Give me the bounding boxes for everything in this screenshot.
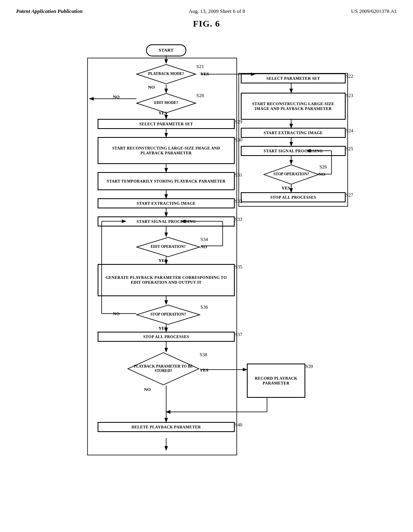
s35-label: S35	[235, 264, 242, 270]
s24-process: START EXTRACTING IMAGE	[241, 128, 346, 138]
s22-process: SELECT PARAMETER SET	[241, 73, 346, 83]
s26-yes-label: YES	[282, 185, 290, 190]
s40-label: S40	[235, 422, 242, 428]
s32-process: START EXTRACTING IMAGE	[98, 198, 235, 208]
s21-no-label: NO	[148, 85, 155, 89]
start-terminal: START	[146, 44, 186, 56]
page: Patent Application Publication Aug. 13, …	[0, 0, 413, 532]
s38-no-label: NO	[144, 387, 151, 392]
s39-process: RECORD PLAYBACK PARAMETER	[247, 364, 305, 398]
figure-title: FIG. 6	[16, 19, 397, 29]
s30-label: S30	[235, 137, 242, 143]
header-publication-label: Patent Application Publication	[16, 8, 83, 15]
s28-decision: EDIT MODE?	[136, 93, 196, 114]
s36-no-label: NO	[113, 311, 120, 316]
flowchart: START PLAYBACK MODE? S21 YES NO EDIT MOD…	[57, 33, 356, 505]
s36-decision: STOP OPERATION?	[136, 304, 200, 325]
s27-label: S27	[346, 192, 353, 198]
s26-decision: STOP OPERATION?	[263, 164, 319, 185]
s37-label: S37	[235, 332, 242, 338]
s29-label: S29	[235, 119, 242, 125]
s39-label: S39	[305, 364, 313, 370]
s35-process: GENERATE PLAYBACK PARAMETER CORRESPONDIN…	[98, 264, 235, 296]
s36-yes-label: YES	[159, 326, 167, 330]
s23-label: S23	[346, 93, 353, 99]
s37-process: STOP ALL PROCESSES	[98, 332, 235, 342]
s31-label: S31	[235, 172, 242, 178]
s25-label: S25	[346, 146, 353, 152]
s26-label: S26	[319, 164, 327, 170]
s33-process: START SIGNAL PROCESSING	[98, 216, 235, 227]
s21-decision: PLAYBACK MODE?	[136, 64, 196, 85]
s28-no-label: NO	[113, 94, 120, 99]
s32-label: S32	[235, 198, 242, 204]
s36-label: S36	[200, 304, 208, 310]
s30-process: START RECONSTRUCTING LARGE-SIZE IMAGE AN…	[98, 137, 235, 164]
page-header: Patent Application Publication Aug. 13, …	[16, 8, 397, 15]
s21-label: S21	[196, 64, 204, 70]
s40-process: DELETE PLAYBACK PARAMETER	[98, 422, 235, 432]
s34-yes-label: YES	[159, 258, 167, 263]
s28-label: S28	[196, 93, 204, 99]
s34-decision: EDIT OPERATION?	[136, 237, 200, 258]
s24-label: S24	[346, 128, 353, 134]
s38-yes-label: YES	[200, 368, 208, 372]
s38-label: S38	[200, 352, 207, 358]
s25-process: START SIGNAL PROCESSING	[241, 146, 346, 156]
s23-process: START RECONSTRUCTING LARGE-SIZE IMAGE AN…	[241, 93, 346, 120]
s21-yes-label: YES	[200, 71, 209, 76]
s22-label: S22	[346, 73, 353, 79]
s29-process: SELECT PARAMETER SET	[98, 119, 235, 129]
s34-label: S34	[200, 237, 208, 243]
header-date-sheet: Aug. 13, 2009 Sheet 6 of 8	[189, 8, 245, 15]
s38-decision: PLAYBACK PARAMETER TO BE STORED?	[127, 352, 200, 386]
s31-process: START TEMPORARILY STORING PLAYBACK PARAM…	[98, 172, 235, 190]
s27-process: STOP ALL PROCESSES	[241, 192, 346, 202]
s33-label: S33	[235, 216, 242, 222]
header-patent-number: US 2009/0201378 A1	[351, 8, 397, 15]
s34-no-label: NO	[200, 244, 207, 249]
s26-no-label: NO	[319, 172, 325, 177]
